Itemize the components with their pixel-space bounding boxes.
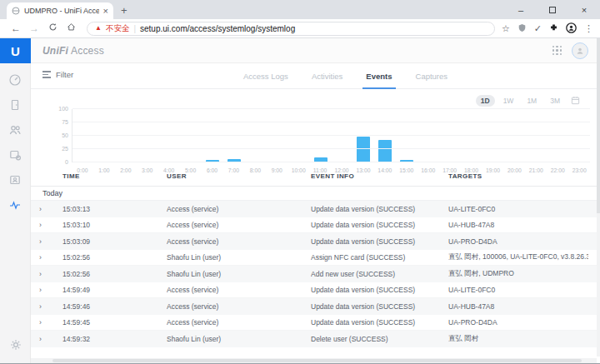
window-minimize-button[interactable]: –	[505, 0, 537, 19]
app-grid-icon[interactable]	[552, 46, 562, 55]
chart-bar-slot	[267, 109, 288, 162]
system-log-icon[interactable]	[8, 198, 22, 212]
row-expand-chevron-icon[interactable]: ›	[38, 335, 62, 343]
subnav: Filter Access LogsActivitiesEventsCaptur…	[31, 63, 600, 89]
cell-targets: 直弘 岡村, UDMPRO	[448, 269, 588, 279]
home-icon[interactable]	[62, 22, 80, 34]
events-table: TIMEUSEREVENT INFOTARGETS Today ›15:03:1…	[31, 167, 600, 358]
chart-bar-slot	[116, 109, 138, 162]
cell-event: Update data version (SUCCESS)	[311, 221, 448, 229]
filter-label: Filter	[56, 70, 73, 79]
range-1w-button[interactable]: 1W	[498, 95, 519, 107]
table-row[interactable]: ›14:59:32Shaofu Lin (user)Delete user (S…	[31, 331, 600, 347]
reload-icon[interactable]	[43, 22, 62, 34]
chart-bar-slot	[332, 109, 353, 162]
chart-bar[interactable]	[378, 140, 392, 162]
main-content: UniFiAccess Filter Access LogsActivities…	[31, 38, 600, 363]
chart-bar[interactable]	[357, 137, 370, 162]
table-row[interactable]: ›15:03:13Access (service)Update data ver…	[31, 201, 600, 217]
chart-y-tick-label: 0	[65, 159, 68, 165]
cell-user: Access (service)	[167, 318, 311, 327]
cell-user: Access (service)	[167, 221, 311, 229]
browser-menu-icon[interactable]: ⋮	[584, 24, 593, 33]
table-row[interactable]: ›14:59:46Access (service)Update data ver…	[31, 298, 600, 315]
range-1m-button[interactable]: 1M	[522, 95, 542, 107]
back-icon[interactable]: ←	[7, 22, 25, 34]
chart-bar-slot	[310, 109, 332, 162]
chart-bar-slot	[439, 109, 461, 162]
url-text[interactable]: setup.ui.com/access/systemlog/systemlog	[140, 24, 295, 33]
window-close-button[interactable]: ×	[568, 0, 600, 19]
browser-toolbar: ← → ▲ 不安全 | setup.ui.com/access/systemlo…	[0, 19, 600, 38]
check-extension-icon[interactable]: ✓	[534, 24, 542, 33]
tab-close-icon[interactable]: ×	[103, 7, 108, 16]
chart-bar-slot	[159, 109, 181, 162]
forward-icon[interactable]: →	[25, 22, 43, 34]
table-row[interactable]: ›15:02:56Shaofu Lin (user)Add new user (…	[31, 266, 600, 282]
row-expand-chevron-icon[interactable]: ›	[38, 237, 62, 246]
cell-event: Update data version (SUCCESS)	[311, 318, 448, 327]
cell-time: 14:59:45	[62, 318, 167, 327]
chart-gridline	[72, 135, 590, 136]
chart-bar-slot	[138, 109, 159, 162]
user-avatar[interactable]	[572, 42, 588, 59]
chart-bar-slot	[482, 109, 504, 162]
chart-gridline	[72, 162, 590, 162]
range-3m-button[interactable]: 3M	[545, 95, 565, 107]
row-expand-chevron-icon[interactable]: ›	[38, 286, 62, 294]
table-row[interactable]: ›15:03:10Access (service)Update data ver…	[31, 217, 600, 234]
cell-targets: UA-LITE-0FC0	[448, 205, 588, 213]
row-expand-chevron-icon[interactable]: ›	[38, 253, 62, 262]
table-row[interactable]: ›14:59:45Access (service)Update data ver…	[31, 315, 600, 332]
range-1d-button[interactable]: 1D	[476, 95, 495, 107]
extension-puzzle-icon[interactable]	[549, 23, 558, 34]
security-icon[interactable]	[8, 148, 22, 162]
row-expand-chevron-icon[interactable]: ›	[38, 302, 62, 311]
profile-avatar-icon[interactable]	[566, 22, 577, 35]
shield-extension-icon[interactable]	[518, 23, 527, 34]
address-bar[interactable]: ▲ 不安全 | setup.ui.com/access/systemlog/sy…	[87, 22, 495, 36]
table-row[interactable]: ›15:03:09Access (service)Update data ver…	[31, 233, 600, 250]
filter-button[interactable]: Filter	[42, 70, 73, 79]
bookmark-star-icon[interactable]: ☆	[502, 24, 510, 33]
row-expand-chevron-icon[interactable]: ›	[38, 205, 62, 213]
tab-events[interactable]: Events	[366, 63, 392, 89]
tab-captures[interactable]: Captures	[416, 63, 448, 89]
door-access-icon[interactable]	[8, 98, 22, 112]
toolbar-right-icons: ☆ ✓ ⋮	[502, 22, 593, 35]
chart-bar-slot	[525, 109, 547, 162]
horizontal-scrollbar[interactable]	[31, 358, 597, 363]
cell-event: Assign NFC card (SUCCESS)	[311, 253, 448, 262]
chart-bar-slot	[202, 109, 223, 162]
dashboard-icon[interactable]	[8, 73, 22, 87]
window-maximize-button[interactable]	[537, 0, 568, 19]
chart-bar-slot	[223, 109, 245, 162]
browser-tab-strip: UDMPRO - UniFi Access × + – ×	[0, 0, 600, 19]
browser-tab[interactable]: UDMPRO - UniFi Access ×	[7, 2, 113, 19]
browser-window: UDMPRO - UniFi Access × + – × ← → ▲ 不安全 …	[0, 0, 600, 364]
chart-y-tick-label: 25	[62, 146, 68, 152]
tab-access-logs[interactable]: Access Logs	[243, 63, 288, 89]
row-expand-chevron-icon[interactable]: ›	[38, 270, 62, 278]
security-warning-icon[interactable]: ▲	[95, 25, 102, 32]
security-warning-label[interactable]: 不安全	[106, 23, 130, 34]
users-icon[interactable]	[8, 123, 22, 137]
cell-user: Access (service)	[167, 302, 311, 311]
app-title: UniFiAccess	[42, 45, 104, 57]
table-row[interactable]: ›14:59:49Access (service)Update data ver…	[31, 282, 600, 299]
cell-time: 14:59:46	[62, 302, 167, 311]
chart-bar-slot	[94, 109, 116, 162]
chart-bar-slot	[547, 109, 568, 162]
settings-gear-icon[interactable]	[9, 338, 22, 352]
row-expand-chevron-icon[interactable]: ›	[38, 318, 62, 327]
table-row[interactable]: ›15:02:56Shaofu Lin (user)Assign NFC car…	[31, 250, 600, 267]
vertical-scrollbar[interactable]	[597, 38, 600, 357]
tab-activities[interactable]: Activities	[312, 63, 342, 89]
cell-time: 15:02:56	[62, 253, 167, 262]
visitor-card-icon[interactable]	[8, 173, 22, 187]
calendar-icon[interactable]	[571, 93, 580, 108]
new-tab-button[interactable]: +	[121, 4, 128, 17]
ubiquiti-logo[interactable]: U	[0, 38, 31, 63]
row-expand-chevron-icon[interactable]: ›	[38, 221, 62, 229]
chart-bar-slot	[288, 109, 310, 162]
